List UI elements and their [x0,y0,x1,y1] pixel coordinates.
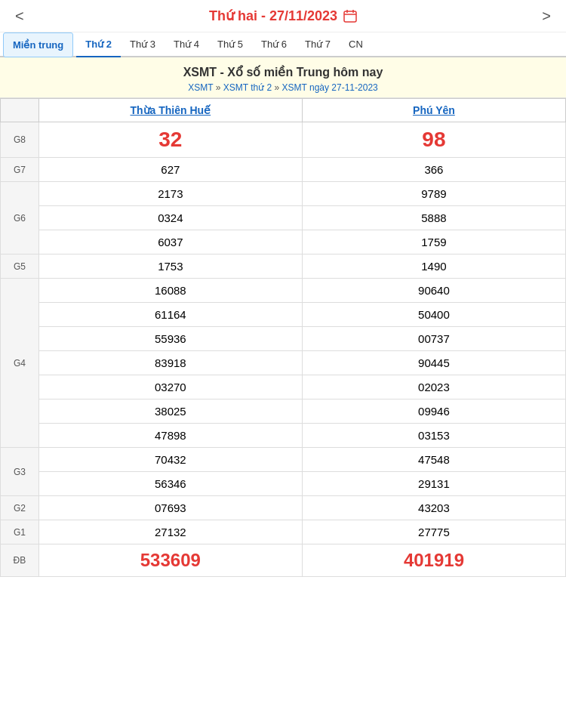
table-row: 0327002023 [1,375,566,399]
breadcrumb: XSMT » XSMT thứ 2 » XSMT ngày 27-11-2023 [6,82,560,93]
prize-label-G2: G2 [1,496,39,520]
table-row: G621739789 [1,182,566,206]
table-row: G41608890640 [1,279,566,303]
prize-col2-G3-1: 29131 [302,472,565,496]
prize-col1-G1-0: 27132 [38,520,302,544]
table-row: G12713227775 [1,520,566,544]
tab-cn[interactable]: CN [340,32,372,57]
prize-col2-G4-5: 09946 [302,399,565,424]
prize-col2-G8-0: 98 [302,122,565,158]
prize-col1-G4-6: 47898 [38,424,302,448]
prize-label-G8: G8 [1,122,39,158]
prize-col1-G4-2: 55936 [38,327,302,351]
table-row: G83298 [1,122,566,158]
prize-col1-G2-0: 07693 [38,496,302,520]
prize-col2-G5-0: 1490 [302,254,565,279]
prize-col2-G4-6: 03153 [302,424,565,448]
prize-col1-G3-0: 70432 [38,448,302,472]
table-row: 4789803153 [1,424,566,448]
prize-col2-G4-2: 00737 [302,327,565,351]
table-row: G20769343203 [1,496,566,520]
title-area: XSMT - Xổ số miền Trung hôm nay XSMT » X… [0,57,566,98]
prize-label-G5: G5 [1,254,39,279]
table-row: G37043247548 [1,448,566,472]
svg-rect-0 [344,11,356,22]
prize-label-G3: G3 [1,448,39,496]
prize-col2-G7-0: 366 [302,158,565,182]
prize-col1-ĐB-0: 533609 [38,544,302,577]
table-row: 03245888 [1,206,566,230]
prize-col1-G8-0: 32 [38,122,302,158]
tab-thu7[interactable]: Thứ 7 [296,32,340,57]
table-row: 8391890445 [1,351,566,375]
prize-col1-G6-0: 2173 [38,182,302,206]
tab-mien-trung[interactable]: Miền trung [3,32,73,57]
prize-col2-G4-0: 90640 [302,279,565,303]
prize-col1-G6-2: 6037 [38,230,302,254]
table-row: 5634629131 [1,472,566,496]
calendar-icon [343,9,357,23]
tab-thu3[interactable]: Thứ 3 [121,32,165,57]
prize-col1-G4-4: 03270 [38,375,302,399]
prize-col1-G4-1: 61164 [38,303,302,327]
breadcrumb-link-3[interactable]: XSMT ngày 27-11-2023 [282,82,378,93]
prize-label-G7: G7 [1,158,39,182]
prize-col1-G6-1: 0324 [38,206,302,230]
table-row: G7627366 [1,158,566,182]
prize-col1-G4-3: 83918 [38,351,302,375]
tabs-bar: Miền trungThứ 2Thứ 3Thứ 4Thứ 5Thứ 6Thứ 7… [0,32,566,57]
table-row: 3802509946 [1,399,566,424]
table-row: ĐB533609401919 [1,544,566,577]
breadcrumb-link-1[interactable]: XSMT [188,82,213,93]
prize-label-G1: G1 [1,520,39,544]
page-title: XSMT - Xổ số miền Trung hôm nay [6,65,560,79]
prize-col1-G7-0: 627 [38,158,302,182]
prize-label-ĐB: ĐB [1,544,39,577]
header-title: Thứ hai - 27/11/2023 [209,8,357,24]
prize-col1-G4-0: 16088 [38,279,302,303]
tab-thu5[interactable]: Thứ 5 [208,32,252,57]
header-col-1: Thừa Thiên Huế [38,99,302,122]
prize-label-G6: G6 [1,182,39,254]
breadcrumb-link-2[interactable]: XSMT thứ 2 [223,82,272,93]
nav-next-button[interactable]: > [533,8,560,25]
header-label-col [1,99,39,122]
prize-col2-G6-2: 1759 [302,230,565,254]
prize-col1-G3-1: 56346 [38,472,302,496]
prize-col1-G4-5: 38025 [38,399,302,424]
prize-col2-G6-0: 9789 [302,182,565,206]
header-col-2: Phú Yên [302,99,565,122]
table-row: 5593600737 [1,327,566,351]
header-title-text: Thứ hai - 27/11/2023 [209,8,337,24]
table-row: 60371759 [1,230,566,254]
prize-col2-ĐB-0: 401919 [302,544,565,577]
tab-thu2[interactable]: Thứ 2 [76,32,121,57]
lottery-table: Thừa Thiên Huế Phú Yên G83298G7627366G62… [0,98,566,577]
prize-col2-G1-0: 27775 [302,520,565,544]
prize-col2-G3-0: 47548 [302,448,565,472]
prize-col2-G6-1: 5888 [302,206,565,230]
prize-col2-G4-3: 90445 [302,351,565,375]
tab-thu6[interactable]: Thứ 6 [252,32,296,57]
prize-col2-G4-1: 50400 [302,303,565,327]
prize-col2-G2-0: 43203 [302,496,565,520]
tab-thu4[interactable]: Thứ 4 [165,32,208,57]
table-header-row: Thừa Thiên Huế Phú Yên [1,99,566,122]
prize-label-G4: G4 [1,279,39,448]
nav-prev-button[interactable]: < [6,8,33,25]
prize-col1-G5-0: 1753 [38,254,302,279]
header: < Thứ hai - 27/11/2023 > [0,0,566,32]
table-row: G517531490 [1,254,566,279]
table-row: 6116450400 [1,303,566,327]
prize-col2-G4-4: 02023 [302,375,565,399]
